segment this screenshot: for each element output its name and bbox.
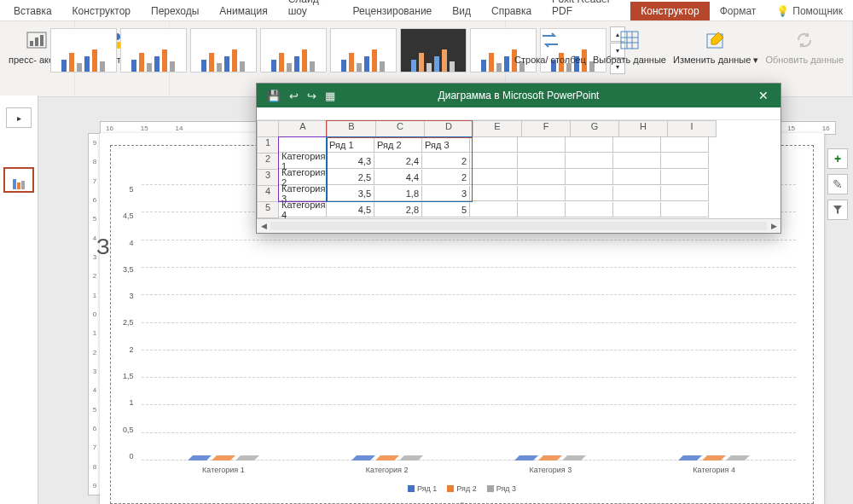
grid-cell[interactable] bbox=[661, 202, 709, 217]
grid-cell[interactable] bbox=[518, 170, 566, 185]
close-icon[interactable]: ✕ bbox=[746, 89, 780, 102]
grid-cell[interactable] bbox=[613, 170, 661, 185]
chart-data-window[interactable]: 💾 ↩ ↪ ▦ Диаграмма в Microsoft PowerPoint… bbox=[256, 83, 781, 234]
horizontal-scrollbar[interactable]: ◀ ▶ bbox=[257, 218, 780, 233]
chart-styles-button[interactable]: ✎ bbox=[827, 174, 848, 194]
grid-cell[interactable] bbox=[470, 202, 518, 217]
grid-cell[interactable] bbox=[518, 186, 566, 201]
row-header[interactable]: 5 bbox=[257, 202, 279, 218]
grid-cell[interactable] bbox=[661, 186, 709, 201]
edit-data-button[interactable]: Изменить данные ▾ bbox=[670, 23, 762, 69]
chart-style-thumb[interactable] bbox=[400, 28, 467, 72]
grid-cell[interactable] bbox=[518, 202, 566, 217]
scroll-left-icon[interactable]: ◀ bbox=[257, 222, 270, 230]
select-data-button[interactable]: Выбрать данные bbox=[589, 23, 670, 69]
undo-icon[interactable]: ↩ bbox=[289, 90, 299, 102]
grid-cell[interactable] bbox=[566, 137, 613, 153]
grid-cell[interactable] bbox=[518, 154, 566, 169]
grid-cell[interactable]: Ряд 2 bbox=[374, 137, 422, 153]
column-header[interactable]: I bbox=[668, 120, 717, 137]
tab-рецензирование[interactable]: Рецензирование bbox=[343, 2, 443, 20]
tab-справка[interactable]: Справка bbox=[481, 2, 542, 20]
refresh-data-button[interactable]: Обновить данные bbox=[762, 23, 847, 69]
grid-cell[interactable]: 4,3 bbox=[327, 154, 374, 169]
grid-cell[interactable] bbox=[661, 137, 709, 153]
row-header[interactable]: 2 bbox=[257, 154, 279, 170]
chart-style-thumb[interactable] bbox=[330, 28, 397, 72]
grid-cell[interactable]: 2,8 bbox=[374, 202, 422, 217]
tell-me-button[interactable]: 💡Помощник bbox=[766, 2, 853, 20]
grid-cell[interactable]: 5 bbox=[422, 202, 470, 217]
legend-item[interactable]: Ряд 3 bbox=[487, 484, 516, 493]
grid-cell[interactable] bbox=[566, 186, 613, 201]
column-header[interactable]: B bbox=[328, 120, 376, 137]
chart-elements-button[interactable]: + bbox=[827, 148, 848, 169]
grid-cell[interactable]: Категория 4 bbox=[279, 202, 327, 217]
tab-формат[interactable]: Формат bbox=[710, 2, 767, 20]
switch-row-column-button[interactable]: Строка/ столбец bbox=[511, 23, 589, 69]
grid-cell[interactable] bbox=[566, 202, 613, 217]
panel-expand-button[interactable]: ▸ bbox=[6, 107, 32, 128]
grid-cell[interactable]: 2,5 bbox=[327, 170, 374, 185]
grid-cell[interactable] bbox=[566, 170, 613, 185]
column-header[interactable]: C bbox=[376, 120, 425, 137]
scroll-right-icon[interactable]: ▶ bbox=[767, 222, 780, 230]
grid-cell[interactable] bbox=[470, 137, 518, 153]
column-header[interactable]: A bbox=[279, 120, 328, 137]
chart-filters-button[interactable] bbox=[827, 200, 848, 220]
grid-cell[interactable] bbox=[566, 154, 613, 169]
column-header[interactable]: G bbox=[571, 120, 619, 137]
grid-cell[interactable] bbox=[470, 186, 518, 201]
save-icon[interactable]: 💾 bbox=[267, 90, 281, 102]
row-header[interactable]: 1 bbox=[257, 137, 279, 154]
column-header[interactable]: F bbox=[522, 120, 571, 137]
row-header[interactable]: 3 bbox=[257, 170, 279, 186]
grid-cell[interactable]: Ряд 1 bbox=[327, 137, 374, 153]
slide-thumbnail-1[interactable] bbox=[3, 167, 34, 193]
column-header[interactable]: E bbox=[473, 120, 522, 137]
grid-cell[interactable] bbox=[518, 137, 566, 153]
chart-legend[interactable]: Ряд 1Ряд 2Ряд 3 bbox=[111, 484, 813, 493]
grid-cell[interactable]: 2 bbox=[422, 154, 470, 169]
chart-data-titlebar[interactable]: 💾 ↩ ↪ ▦ Диаграмма в Microsoft PowerPoint… bbox=[257, 84, 780, 107]
grid-cell[interactable]: 2 bbox=[422, 170, 470, 185]
chart-style-thumb[interactable] bbox=[120, 28, 187, 72]
customize-icon[interactable]: ▦ bbox=[325, 90, 335, 102]
grid-cell[interactable] bbox=[470, 154, 518, 169]
grid-cell[interactable] bbox=[613, 202, 661, 217]
grid-cell[interactable]: 4,4 bbox=[374, 170, 422, 185]
grid-cell[interactable] bbox=[613, 186, 661, 201]
legend-item[interactable]: Ряд 1 bbox=[408, 484, 437, 493]
grid-cell[interactable]: 2,4 bbox=[374, 154, 422, 169]
grid-cell[interactable] bbox=[470, 170, 518, 185]
grid-cell[interactable]: 3,5 bbox=[327, 186, 374, 201]
tab-конструктор[interactable]: Конструктор bbox=[62, 2, 141, 20]
tab-конструктор[interactable]: Конструктор bbox=[630, 2, 709, 20]
legend-item[interactable]: Ряд 2 bbox=[447, 484, 476, 493]
grid-cell[interactable] bbox=[661, 154, 709, 169]
svg-rect-3 bbox=[40, 35, 44, 46]
grid-cell[interactable] bbox=[661, 170, 709, 185]
select-all-corner[interactable] bbox=[257, 120, 279, 137]
chart-style-thumb[interactable] bbox=[260, 28, 327, 72]
column-header[interactable]: H bbox=[619, 120, 668, 137]
column-header[interactable]: D bbox=[425, 120, 473, 137]
grid-cell[interactable]: Ряд 3 bbox=[422, 137, 470, 153]
chart-style-thumb[interactable] bbox=[50, 28, 117, 72]
redo-icon[interactable]: ↪ bbox=[307, 90, 316, 102]
grid-cell[interactable]: 3 bbox=[422, 186, 470, 201]
row-header[interactable]: 4 bbox=[257, 186, 279, 202]
tab-анимация[interactable]: Анимация bbox=[209, 2, 277, 20]
tab-вставка[interactable]: Вставка bbox=[3, 2, 62, 20]
tab-вид[interactable]: Вид bbox=[442, 2, 481, 20]
chart-style-thumb[interactable] bbox=[190, 28, 257, 72]
grid-cell[interactable]: 4,5 bbox=[327, 202, 374, 217]
tab-слайд-шоу[interactable]: Слайд-шоу bbox=[278, 0, 343, 20]
data-grid[interactable]: ABCDEFGHI 1Ряд 1Ряд 2Ряд 32Категория 14,… bbox=[257, 120, 780, 218]
grid-cell[interactable] bbox=[613, 154, 661, 169]
grid-cell[interactable]: 1,8 bbox=[374, 186, 422, 201]
grid-cell[interactable] bbox=[613, 137, 661, 153]
tab-переходы[interactable]: Переходы bbox=[141, 2, 209, 20]
x-axis-label: Категория 3 bbox=[530, 466, 572, 474]
tab-foxit-reader-pdf[interactable]: Foxit Reader PDF bbox=[542, 0, 630, 20]
